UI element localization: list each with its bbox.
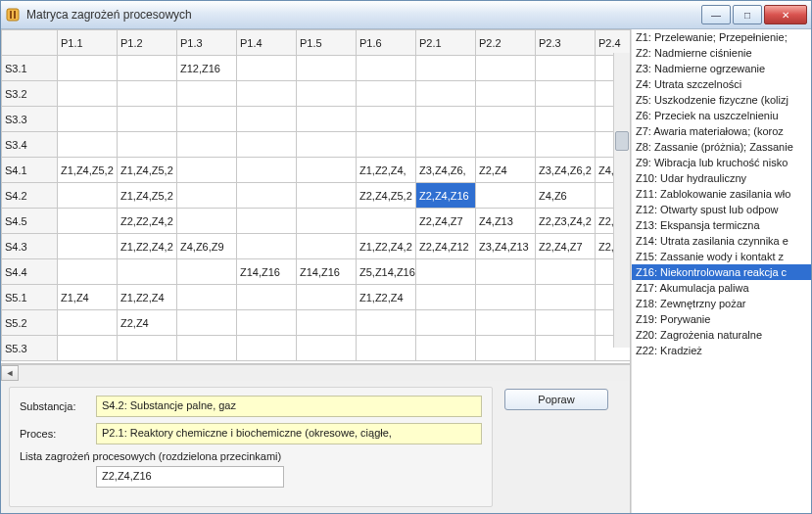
row-header[interactable]: S5.3 — [2, 336, 58, 361]
matrix-cell[interactable] — [297, 158, 357, 183]
matrix-cell[interactable] — [536, 56, 596, 81]
row-header[interactable]: S4.1 — [2, 158, 58, 183]
matrix-cell[interactable] — [237, 336, 297, 361]
matrix-cell[interactable] — [58, 209, 118, 234]
hazard-legend-item[interactable]: Z8: Zassanie (próżnia); Zassanie — [632, 139, 811, 155]
row-header[interactable]: S4.3 — [2, 234, 58, 259]
hazard-legend-item[interactable]: Z7: Awaria materiałowa; (koroz — [632, 123, 811, 139]
matrix-cell[interactable] — [58, 336, 118, 361]
fix-button[interactable]: Popraw — [504, 389, 608, 410]
row-header[interactable]: S4.4 — [2, 259, 58, 285]
column-header[interactable]: P1.2 — [118, 30, 177, 56]
row-header[interactable]: S3.2 — [2, 81, 58, 107]
matrix-cell[interactable] — [416, 310, 476, 336]
hazard-legend-item[interactable]: Z15: Zassanie wody i kontakt z — [632, 249, 811, 264]
matrix-cell[interactable]: Z5,Z14,Z16 — [357, 259, 416, 285]
matrix-cell[interactable] — [357, 209, 416, 234]
scrollbar-thumb[interactable] — [615, 131, 629, 151]
matrix-cell[interactable] — [416, 336, 476, 361]
matrix-cell[interactable] — [536, 310, 596, 336]
matrix-cell[interactable] — [297, 285, 357, 310]
matrix-cell[interactable]: Z2,Z4 — [476, 158, 536, 183]
hazard-legend-item[interactable]: Z6: Przeciek na uszczelnieniu — [632, 108, 811, 123]
matrix-cell[interactable]: Z2,Z4 — [118, 310, 177, 336]
hazard-legend-item[interactable]: Z18: Zewnętrzny pożar — [632, 296, 811, 311]
matrix-cell[interactable] — [237, 234, 297, 259]
column-header[interactable]: P1.5 — [297, 30, 357, 56]
matrix-cell[interactable] — [357, 56, 416, 81]
column-header[interactable]: P1.6 — [357, 30, 416, 56]
matrix-cell[interactable]: Z1,Z2,Z4 — [118, 285, 177, 310]
column-header[interactable]: P1.1 — [58, 30, 118, 56]
matrix-cell[interactable]: Z4,Z13 — [476, 209, 536, 234]
matrix-cell[interactable] — [476, 107, 536, 132]
matrix-cell[interactable] — [297, 310, 357, 336]
matrix-cell[interactable] — [416, 56, 476, 81]
matrix-cell[interactable] — [237, 81, 297, 107]
matrix-cell[interactable]: Z2,Z4,Z5,2 — [357, 183, 416, 209]
matrix-cell[interactable] — [297, 234, 357, 259]
matrix-cell[interactable] — [357, 81, 416, 107]
matrix-cell[interactable] — [118, 81, 177, 107]
column-header[interactable]: P1.3 — [177, 30, 237, 56]
matrix-grid[interactable]: P1.1P1.2P1.3P1.4P1.5P1.6P2.1P2.2P2.3P2.4… — [1, 29, 630, 364]
matrix-cell[interactable]: Z14,Z16 — [297, 259, 357, 285]
hazard-legend-list[interactable]: Z1: Przelewanie; Przepełnienie;Z2: Nadmi… — [631, 29, 811, 513]
matrix-cell[interactable] — [177, 209, 237, 234]
hazard-legend-item[interactable]: Z19: Porywanie — [632, 311, 811, 327]
matrix-cell[interactable]: Z2,Z4,Z16 — [416, 183, 476, 209]
maximize-button[interactable]: □ — [733, 5, 762, 24]
column-header[interactable]: P2.1 — [416, 30, 476, 56]
matrix-cell[interactable] — [536, 81, 596, 107]
matrix-cell[interactable]: Z1,Z4,Z5,2 — [58, 158, 118, 183]
matrix-cell[interactable] — [237, 132, 297, 158]
matrix-cell[interactable] — [416, 81, 476, 107]
matrix-cell[interactable] — [476, 259, 536, 285]
matrix-cell[interactable] — [237, 310, 297, 336]
row-header[interactable]: S5.2 — [2, 310, 58, 336]
matrix-cell[interactable] — [237, 285, 297, 310]
matrix-cell[interactable] — [536, 285, 596, 310]
matrix-cell[interactable]: Z4,Z6 — [536, 183, 596, 209]
hazard-legend-item[interactable]: Z16: Niekontrolowana reakcja c — [632, 264, 811, 280]
matrix-cell[interactable]: Z1,Z2,Z4 — [357, 285, 416, 310]
matrix-cell[interactable] — [177, 107, 237, 132]
matrix-cell[interactable] — [118, 56, 177, 81]
matrix-cell[interactable] — [476, 285, 536, 310]
matrix-cell[interactable] — [177, 259, 237, 285]
matrix-cell[interactable] — [297, 336, 357, 361]
matrix-cell[interactable]: Z2,Z3,Z4,2 — [536, 209, 596, 234]
hazard-legend-item[interactable]: Z14: Utrata zasilania czynnika e — [632, 233, 811, 249]
matrix-cell[interactable] — [297, 209, 357, 234]
matrix-cell[interactable] — [476, 56, 536, 81]
matrix-cell[interactable]: Z2,Z2,Z4,2 — [118, 209, 177, 234]
matrix-cell[interactable] — [297, 183, 357, 209]
scroll-left-arrow[interactable]: ◄ — [1, 365, 19, 381]
minimize-button[interactable]: — — [701, 5, 731, 24]
matrix-cell[interactable] — [476, 81, 536, 107]
column-header[interactable]: P2.2 — [476, 30, 536, 56]
matrix-cell[interactable] — [177, 336, 237, 361]
close-button[interactable]: ✕ — [764, 5, 807, 24]
row-header[interactable]: S5.1 — [2, 285, 58, 310]
matrix-cell[interactable] — [536, 259, 596, 285]
matrix-cell[interactable] — [177, 81, 237, 107]
matrix-cell[interactable]: Z2,Z4,Z7 — [416, 209, 476, 234]
row-header[interactable]: S4.2 — [2, 183, 58, 209]
hazard-legend-item[interactable]: Z17: Akumulacja paliwa — [632, 280, 811, 296]
row-header[interactable]: S3.3 — [2, 107, 58, 132]
matrix-cell[interactable] — [58, 259, 118, 285]
matrix-cell[interactable]: Z1,Z4,Z5,2 — [118, 183, 177, 209]
matrix-cell[interactable] — [476, 183, 536, 209]
vertical-scrollbar[interactable] — [613, 53, 630, 348]
column-header[interactable]: P2.3 — [536, 30, 596, 56]
matrix-cell[interactable]: Z4,Z6,Z9 — [177, 234, 237, 259]
matrix-cell[interactable] — [297, 81, 357, 107]
hazard-list-input[interactable]: Z2,Z4,Z16 — [96, 466, 284, 488]
hazard-legend-item[interactable]: Z2: Nadmierne ciśnienie — [632, 45, 811, 61]
matrix-cell[interactable] — [297, 56, 357, 81]
matrix-cell[interactable] — [177, 310, 237, 336]
hazard-legend-item[interactable]: Z22: Kradzież — [632, 343, 811, 358]
matrix-cell[interactable] — [536, 107, 596, 132]
matrix-cell[interactable]: Z3,Z4,Z6,2 — [536, 158, 596, 183]
